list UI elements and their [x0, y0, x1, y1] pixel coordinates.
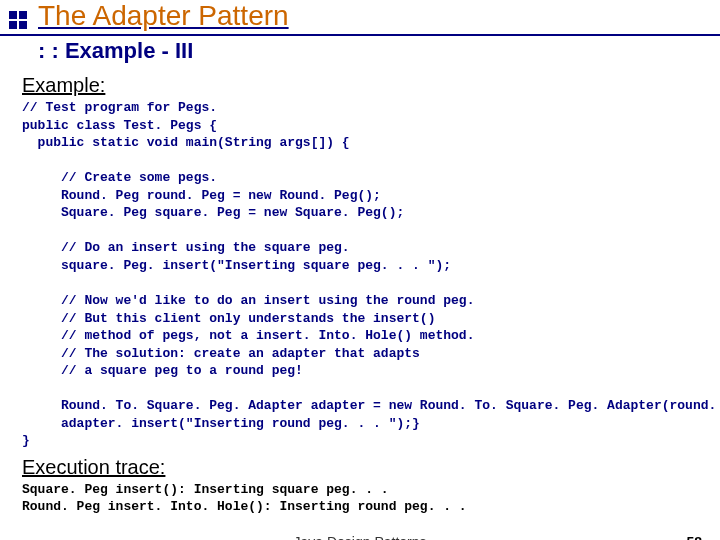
page-number: 58	[686, 534, 702, 540]
execution-heading: Execution trace:	[22, 456, 720, 479]
code-block: // Test program for Pegs. public class T…	[22, 99, 720, 450]
slide-subtitle: : : Example - III	[38, 38, 720, 64]
footer-title: Java Design Patterns	[293, 534, 426, 540]
slide-title: The Adapter Pattern	[38, 0, 289, 34]
execution-output: Square. Peg insert(): Inserting square p…	[22, 481, 720, 516]
bullet-graphic	[8, 10, 28, 30]
example-heading: Example:	[22, 74, 720, 97]
title-bar: The Adapter Pattern	[0, 0, 720, 36]
